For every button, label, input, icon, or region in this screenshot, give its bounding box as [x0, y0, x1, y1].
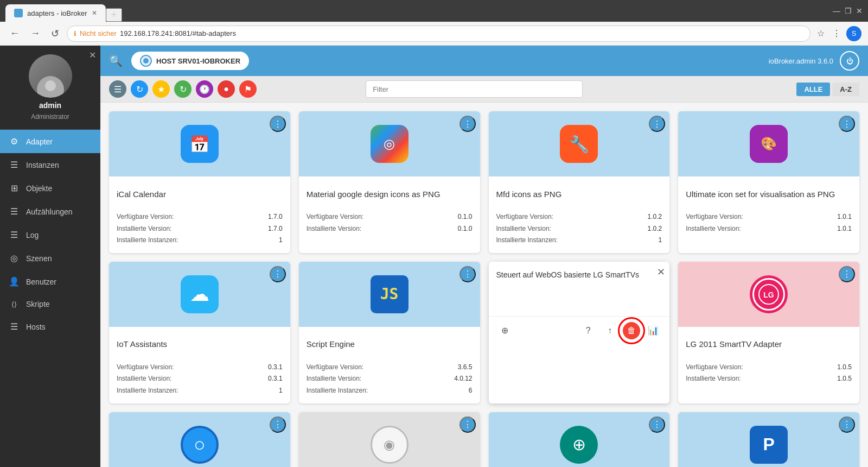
host-label: HOST SRV01-IOBROKER [156, 57, 240, 65]
filter-time-button[interactable]: 🕐 [196, 80, 213, 98]
minimize-button[interactable]: — [833, 7, 840, 15]
sidebar-item-adapter[interactable]: ⚙ Adapter [0, 130, 100, 153]
popup-chart-button[interactable]: 📊 [644, 322, 662, 339]
card-top: ◉ ⋮ [299, 412, 480, 467]
skripte-icon: ⟨⟩ [9, 300, 20, 308]
card-info-material-google: Verfügbare Version: 0.1.0 Installierte V… [307, 211, 473, 235]
sidebar-item-benutzer[interactable]: 👤 Benutzer [0, 270, 100, 293]
header-search-icon[interactable]: 🔍 [109, 54, 123, 67]
popup-add-button[interactable]: ⊕ [496, 322, 514, 339]
tab-title: adapters - ioBroker [27, 9, 87, 17]
card-menu-ping[interactable]: ⋮ [839, 416, 855, 433]
filter-update-button[interactable]: ↻ [174, 80, 192, 98]
sidebar-item-skripte[interactable]: ⟨⟩ Skripte [0, 293, 100, 315]
card-menu-ical[interactable]: ⋮ [270, 116, 286, 132]
card-title-ical: iCal Calendar [117, 183, 283, 205]
sidebar-item-hosts[interactable]: ☰ Hosts [0, 315, 100, 338]
sidebar-item-log[interactable]: ☰ Log [0, 223, 100, 247]
close-window-button[interactable]: ✕ [856, 7, 863, 15]
value-instanzen: 1 [279, 235, 283, 247]
filter-badge-button[interactable]: ● [218, 80, 235, 98]
filter-flag-button[interactable]: ⚑ [239, 80, 257, 98]
browser-tabs: adapters - ioBroker ✕ + [5, 0, 122, 22]
menu-button[interactable]: ⋮ [830, 26, 843, 41]
card-menu-iot[interactable]: ⋮ [270, 266, 286, 282]
card-title-ultimate: Ultimate icon set for visualisation as P… [686, 183, 852, 205]
card-top: P ⋮ [678, 412, 859, 467]
filter-star-button[interactable]: ★ [152, 80, 170, 98]
filter-input[interactable] [366, 80, 583, 98]
card-menu-ultimate[interactable]: ⋮ [839, 116, 855, 132]
card-menu-mihome[interactable]: ⋮ [459, 416, 476, 433]
card-title-script: Script Engine [307, 333, 473, 355]
card-menu-owntracks[interactable]: ⋮ [649, 416, 665, 433]
card-info-mfd: Verfügbare Version: 1.0.2 Installierte V… [496, 211, 662, 247]
card-icon-lg2011: LG [750, 275, 788, 313]
card-title-iot: IoT Assistants [117, 333, 283, 355]
card-menu-script[interactable]: ⋮ [459, 266, 476, 282]
card-material-ui: ○ ⋮ Material UI [109, 412, 290, 467]
address-text: 192.168.178.241:8081/#tab-adapters [120, 29, 236, 37]
popup-text: Steuert auf WebOS basierte LG SmartTVs [496, 270, 662, 279]
profile-button[interactable]: S [846, 26, 861, 41]
security-icon: ℹ [74, 30, 76, 37]
cards-grid: 📅 ⋮ iCal Calendar Verfügbare Version: 1.… [109, 111, 859, 467]
card-title-mfd: Mfd icons as PNG [496, 183, 662, 205]
sidebar-item-label-adapter: Adapter [26, 137, 53, 146]
nav-reload-button[interactable]: ↺ [48, 26, 62, 42]
app-layout: ✕ admin Administrator ⚙ Adapter ☰ Instan… [0, 46, 868, 467]
address-bar[interactable]: ℹ Nicht sicher 192.168.178.241:8081/#tab… [67, 26, 810, 42]
card-mfd-icons: 🔧 ⋮ Mfd icons as PNG Verfügbare Version:… [489, 111, 670, 253]
sidebar-item-instanzen[interactable]: ☰ Instanzen [0, 153, 100, 176]
card-lg-2011: LG ⋮ LG 2011 SmartTV Adapter Verfügbare … [678, 262, 859, 403]
card-menu-lg2011[interactable]: ⋮ [839, 266, 855, 282]
power-button[interactable]: ⏻ [840, 51, 859, 71]
card-menu-mfd[interactable]: ⋮ [649, 116, 665, 132]
tab-close-icon[interactable]: ✕ [92, 9, 97, 17]
popup-delete-button[interactable]: 🗑 [623, 322, 640, 339]
card-top: ◎ ⋮ [299, 111, 480, 176]
bookmark-button[interactable]: ☆ [815, 26, 827, 41]
sidebar-item-objekte[interactable]: ⊞ Objekte [0, 176, 100, 200]
tab-favicon [14, 9, 23, 17]
card-icon-owntracks: ⊕ [560, 426, 598, 464]
nav-forward-button[interactable]: → [27, 26, 43, 41]
card-top: ○ ⋮ [109, 412, 290, 467]
active-tab[interactable]: adapters - ioBroker ✕ [5, 4, 106, 22]
popup-upload-button[interactable]: ↑ [601, 322, 618, 339]
sidebar-item-aufzaehlungen[interactable]: ☰ Aufzählungen [0, 200, 100, 223]
popup-close-button[interactable]: ✕ [657, 266, 665, 278]
card-icon-mihome: ◉ [371, 426, 409, 464]
card-icon-ping: P [750, 426, 788, 464]
card-icon-mfd: 🔧 [560, 125, 598, 163]
browser-chrome: adapters - ioBroker ✕ + — ❐ ✕ [0, 0, 868, 22]
card-top: 🔧 ⋮ [489, 111, 670, 176]
info-row-instances: Installierte Instanzen: 1 [117, 235, 283, 247]
sidebar-item-szenen[interactable]: ◎ Szenen [0, 247, 100, 270]
filter-list-button[interactable]: ☰ [109, 80, 126, 98]
card-menu-material-ui[interactable]: ⋮ [270, 416, 286, 433]
cards-container: 📅 ⋮ iCal Calendar Verfügbare Version: 1.… [100, 103, 868, 467]
popup-help-button[interactable]: ? [579, 322, 597, 339]
benutzer-icon: 👤 [9, 276, 20, 287]
card-info-ical: Verfügbare Version: 1.7.0 Installierte V… [117, 211, 283, 247]
card-script-engine: JS ⋮ Script Engine Verfügbare Version: 3… [299, 262, 480, 403]
sidebar-close-button[interactable]: ✕ [89, 50, 96, 60]
new-tab-button[interactable]: + [106, 8, 123, 22]
card-body-lg2011: LG 2011 SmartTV Adapter Verfügbare Versi… [678, 327, 859, 392]
host-selector-button[interactable]: HOST SRV01-IOBROKER [131, 52, 249, 70]
sidebar-item-label-hosts: Hosts [26, 323, 46, 331]
filter-refresh-button[interactable]: ↻ [131, 80, 148, 98]
popup-body: Steuert auf WebOS basierte LG SmartTVs [489, 262, 670, 316]
label-instanzen: Installierte Instanzen: [117, 235, 178, 247]
card-menu-material-google[interactable]: ⋮ [459, 116, 476, 132]
browser-toolbar: ← → ↺ ℹ Nicht sicher 192.168.178.241:808… [0, 22, 868, 46]
card-top: ⊕ ⋮ [489, 412, 670, 467]
nav-back-button[interactable]: ← [7, 26, 23, 41]
maximize-button[interactable]: ❐ [845, 7, 852, 15]
sidebar-item-label-benutzer: Benutzer [26, 277, 56, 286]
label-installiert: Installierte Version: [117, 223, 171, 235]
filter-az-button[interactable]: A-Z [832, 83, 859, 96]
filter-alle-button[interactable]: ALLE [796, 83, 830, 96]
aufzaehlungen-icon: ☰ [9, 206, 20, 217]
